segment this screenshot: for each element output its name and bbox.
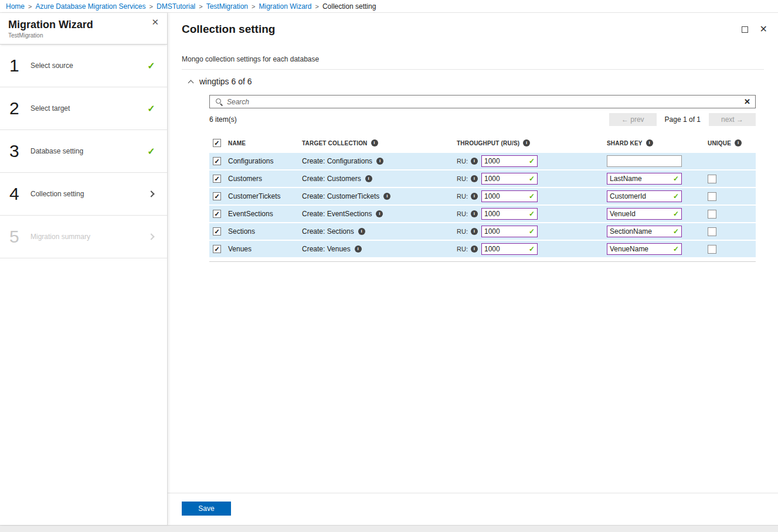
shard-valid-check-icon: ✓ — [673, 175, 681, 182]
throughput-input[interactable] — [482, 227, 529, 236]
info-icon[interactable]: i — [471, 228, 478, 235]
check-icon: ✓ — [146, 146, 157, 157]
breadcrumb-item[interactable]: DMSTutorial — [157, 2, 195, 11]
chevron-right-icon — [146, 192, 157, 196]
divider — [182, 69, 764, 70]
ru-label: RU: — [457, 210, 468, 217]
throughput-input[interactable] — [482, 157, 529, 165]
table-bottom-border — [209, 261, 756, 262]
row-checkbox[interactable]: ✓ — [213, 157, 221, 165]
shard-key-input[interactable] — [607, 175, 673, 183]
collection-name: Customers — [226, 175, 302, 183]
unique-checkbox[interactable] — [708, 192, 716, 201]
search-icon — [215, 98, 223, 106]
collection-name: Venues — [226, 245, 302, 253]
wizard-step[interactable]: 1 Select source ✓ — [0, 45, 167, 87]
select-all-checkbox[interactable]: ✓ — [213, 139, 221, 147]
prev-page-button[interactable]: ← prev — [609, 113, 657, 126]
items-count: 6 item(s) — [209, 115, 609, 124]
breadcrumb-item[interactable]: TestMigration — [206, 2, 248, 11]
throughput-field: ✓ — [481, 243, 538, 255]
wizard-step[interactable]: 4 Collection setting — [0, 173, 167, 216]
target-collection-label: Create: Sections — [302, 227, 354, 236]
clear-search-icon[interactable]: ✕ — [744, 98, 750, 105]
info-icon[interactable]: i — [371, 139, 378, 146]
check-icon: ✓ — [146, 60, 157, 71]
wizard-subtitle: TestMigration — [8, 32, 159, 39]
shard-valid-check-icon: ✓ — [673, 193, 681, 200]
shard-key-input[interactable] — [607, 245, 673, 253]
shard-valid-check-icon: ✓ — [673, 210, 681, 217]
next-page-button[interactable]: next → — [709, 113, 756, 126]
breadcrumb-item[interactable]: Azure Database Migration Services — [35, 2, 145, 11]
row-checkbox[interactable]: ✓ — [213, 192, 221, 200]
shard-key-field: ✓ — [607, 190, 682, 202]
info-icon[interactable]: i — [471, 245, 478, 253]
target-collection-label: Create: Venues — [302, 245, 351, 253]
search-input[interactable] — [227, 98, 744, 106]
close-icon[interactable]: ✕ — [760, 25, 767, 34]
throughput-field: ✓ — [481, 155, 538, 167]
unique-checkbox[interactable] — [708, 210, 716, 219]
info-icon[interactable]: i — [471, 193, 478, 200]
info-icon[interactable]: i — [365, 175, 372, 182]
row-checkbox[interactable]: ✓ — [213, 210, 221, 218]
table-row: ✓ Venues Create: Venues i RU: i ✓ ✓ — [209, 241, 756, 257]
unique-checkbox[interactable] — [708, 245, 716, 254]
step-number: 5 — [9, 227, 28, 247]
wizard-step[interactable]: 5 Migration summary — [0, 216, 167, 258]
save-button[interactable]: Save — [182, 502, 231, 516]
valid-check-icon: ✓ — [529, 228, 537, 235]
info-icon[interactable]: i — [358, 228, 365, 235]
col-header-unique: UNIQUE — [708, 140, 731, 146]
info-icon[interactable]: i — [355, 245, 362, 253]
throughput-field: ✓ — [481, 208, 538, 220]
info-icon[interactable]: i — [376, 210, 383, 217]
throughput-input[interactable] — [482, 210, 529, 218]
table-row: ✓ Configurations Create: Configurations … — [209, 153, 756, 169]
database-group-label: wingtips 6 of 6 — [199, 77, 252, 86]
chevron-right-icon — [146, 234, 157, 239]
unique-checkbox[interactable] — [708, 227, 716, 236]
breadcrumb-item[interactable]: Migration Wizard — [259, 2, 311, 11]
info-icon[interactable]: i — [376, 158, 383, 165]
breadcrumb-separator: > — [28, 3, 32, 10]
search-bar: ✕ — [209, 95, 756, 108]
valid-check-icon: ✓ — [529, 245, 537, 253]
shard-key-field: ✓ — [607, 243, 682, 255]
ru-label: RU: — [457, 228, 468, 235]
info-icon[interactable]: i — [383, 193, 390, 200]
wizard-step[interactable]: 3 Database setting ✓ — [0, 130, 167, 173]
shard-key-input[interactable] — [607, 210, 673, 218]
wizard-step[interactable]: 2 Select target ✓ — [0, 87, 167, 130]
maximize-icon[interactable] — [742, 26, 748, 33]
step-label: Collection setting — [30, 190, 146, 198]
row-checkbox[interactable]: ✓ — [213, 245, 221, 253]
table-header: ✓ NAME TARGET COLLECTIONi THROUGHPUT (RU… — [209, 134, 756, 152]
info-icon[interactable]: i — [735, 139, 742, 146]
throughput-input[interactable] — [482, 175, 529, 183]
shard-key-input[interactable] — [607, 227, 673, 236]
chevron-up-icon — [188, 80, 194, 86]
throughput-input[interactable] — [482, 245, 529, 253]
table-body: ✓ Configurations Create: Configurations … — [209, 153, 756, 257]
info-icon[interactable]: i — [471, 210, 478, 217]
shard-key-input[interactable] — [607, 192, 673, 200]
row-checkbox[interactable]: ✓ — [213, 227, 221, 236]
target-collection-label: Create: CustomerTickets — [302, 192, 379, 200]
shard-key-input[interactable] — [607, 157, 673, 165]
unique-checkbox[interactable] — [708, 175, 716, 183]
valid-check-icon: ✓ — [529, 210, 537, 217]
shard-valid-check-icon: ✓ — [673, 245, 681, 253]
info-icon[interactable]: i — [523, 139, 530, 146]
footer: Save — [168, 493, 778, 525]
target-collection-label: Create: EventSections — [302, 210, 372, 218]
info-icon[interactable]: i — [471, 175, 478, 182]
throughput-input[interactable] — [482, 192, 529, 200]
info-icon[interactable]: i — [471, 158, 478, 165]
close-icon[interactable]: ✕ — [151, 18, 159, 26]
breadcrumb-item[interactable]: Home — [6, 2, 25, 11]
row-checkbox[interactable]: ✓ — [213, 175, 221, 183]
info-icon[interactable]: i — [646, 139, 653, 146]
database-group-toggle[interactable]: wingtips 6 of 6 — [189, 77, 252, 86]
